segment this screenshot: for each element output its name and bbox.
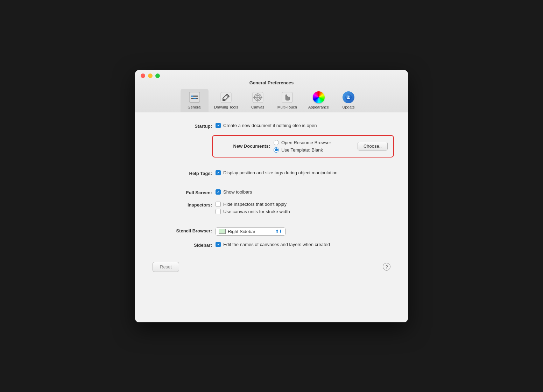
new-doc-option1-text: Open Resource Browser [281,140,331,145]
full-screen-text: Show toolbars [223,189,252,195]
sidebar-row: Edit the names of canvases and layers wh… [216,242,394,247]
inspectors-controls: Hide inspectors that don't apply Use can… [216,202,394,214]
sidebar-controls: Edit the names of canvases and layers wh… [216,242,394,247]
new-doc-option1-row: Open Resource Browser [274,140,351,145]
minimize-button[interactable] [148,74,153,78]
titlebar: General Preferences General [135,70,408,112]
general-icon [188,91,201,104]
tab-canvas-label: Canvas [251,105,264,109]
preferences-content: Startup: Create a new document if nothin… [135,112,408,322]
multi-touch-icon [281,91,294,104]
stencil-select-chevron-icon: ⬆⬇ [275,229,282,234]
help-tags-row: Display position and size tags during ob… [216,170,394,175]
help-tags-controls: Display position and size tags during ob… [216,170,394,175]
appearance-icon [312,91,325,104]
update-icon [342,91,355,104]
full-screen-checkbox[interactable] [216,189,221,195]
window-title: General Preferences [249,80,294,85]
full-screen-controls: Show toolbars [216,189,394,195]
help-button[interactable]: ? [383,263,390,271]
choose-button[interactable]: Choose.. [358,142,388,150]
tab-canvas[interactable]: Canvas [244,89,272,112]
tab-general-label: General [188,105,201,109]
help-tags-section: Help Tags: Display position and size tag… [149,170,394,176]
inspectors-text1: Hide inspectors that don't apply [223,202,287,207]
bottom-bar: Reset ? [149,262,394,272]
sidebar-checkbox[interactable] [216,242,221,247]
sidebar-label: Sidebar: [149,242,212,248]
full-screen-label: Full Screen: [149,189,212,195]
reset-button[interactable]: Reset [153,262,179,272]
startup-row: Create a new document if nothing else is… [216,123,394,128]
new-doc-option2-row: Use Template: Blank [274,147,351,153]
tab-multi-touch-label: Multi-Touch [277,105,297,109]
window-controls [141,74,160,78]
maximize-button[interactable] [155,74,160,78]
stencil-browser-label: Stencil Browser: [149,227,212,233]
tab-multi-touch[interactable]: Multi-Touch [272,89,303,112]
startup-text: Create a new document if nothing else is… [223,123,317,128]
tab-appearance-label: Appearance [308,105,329,109]
inspectors-checkbox1[interactable] [216,202,221,207]
sidebar-text: Edit the names of canvases and layers wh… [223,242,330,247]
inspectors-checkbox2[interactable] [216,209,221,214]
new-documents-label: New Documents: [218,144,270,149]
tab-drawing-tools[interactable]: Drawing Tools [209,89,244,112]
svg-rect-0 [189,92,200,103]
help-tags-label: Help Tags: [149,170,212,176]
svg-rect-2 [191,96,193,97]
startup-section: Startup: Create a new document if nothin… [149,123,394,129]
tab-general[interactable]: General [181,89,209,112]
svg-rect-16 [347,98,350,99]
help-tags-checkbox[interactable] [216,170,221,175]
svg-rect-4 [193,98,196,99]
new-doc-option2-text: Use Template: Blank [281,147,323,153]
drawing-tools-icon [220,91,232,104]
help-tags-text: Display position and size tags during ob… [223,170,338,175]
new-documents-options: Open Resource Browser Use Template: Blan… [274,140,351,153]
preferences-window: General Preferences General [135,70,408,322]
full-screen-section: Full Screen: Show toolbars [149,189,394,195]
stencil-select-icon [219,229,226,234]
tab-update[interactable]: Update [334,89,362,112]
stencil-browser-controls: Right Sidebar ⬆⬇ [216,227,394,236]
full-screen-row: Show toolbars [216,189,394,195]
stencil-select-text: Right Sidebar [228,229,273,234]
inspectors-text2: Use canvas units for stroke width [223,209,290,214]
new-doc-radio-resource[interactable] [274,140,279,145]
inspectors-section: Inspectors: Hide inspectors that don't a… [149,202,394,214]
canvas-icon [252,91,264,104]
stencil-browser-section: Stencil Browser: Right Sidebar ⬆⬇ [149,227,394,236]
startup-checkbox[interactable] [216,123,221,128]
tab-update-label: Update [342,105,354,109]
tab-appearance[interactable]: Appearance [303,89,334,112]
new-doc-radio-template[interactable] [274,147,279,153]
stencil-select-row: Right Sidebar ⬆⬇ [216,227,394,236]
startup-label: Startup: [149,123,212,129]
inspectors-label: Inspectors: [149,202,212,208]
inspectors-row1: Hide inspectors that don't apply [216,202,394,207]
tab-drawing-tools-label: Drawing Tools [214,105,238,109]
sidebar-section: Sidebar: Edit the names of canvases and … [149,242,394,248]
new-documents-section: New Documents: Open Resource Browser Use… [212,135,394,158]
svg-rect-5 [221,92,231,103]
close-button[interactable] [141,74,145,78]
inspectors-row2: Use canvas units for stroke width [216,209,394,214]
stencil-browser-select[interactable]: Right Sidebar ⬆⬇ [216,227,285,236]
toolbar: General Drawing Tools [181,89,362,112]
startup-controls: Create a new document if nothing else is… [216,123,394,128]
